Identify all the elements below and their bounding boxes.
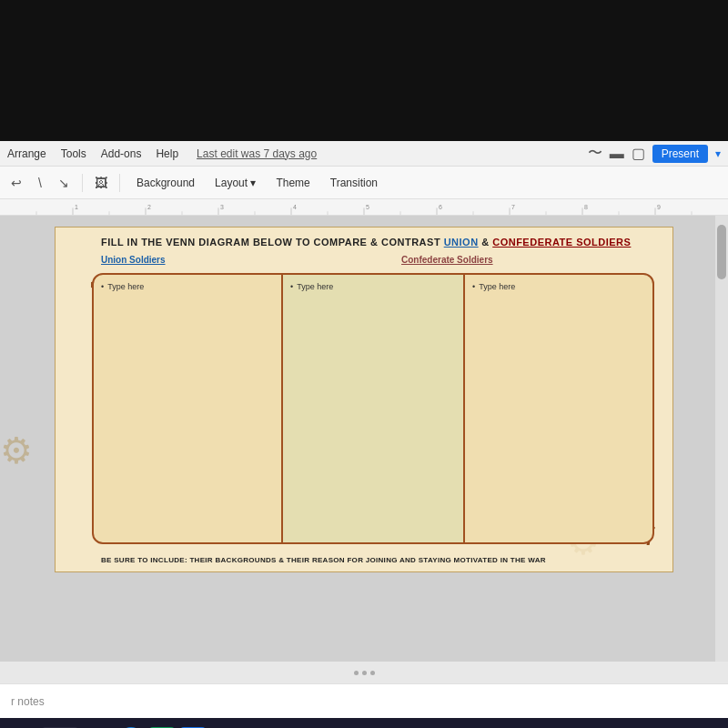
union-soldiers-label: Union Soldiers [101, 255, 166, 265]
confederate-highlight: CONFEDERATE SOLDIERS [492, 237, 631, 248]
undo-icon[interactable]: ↩ [7, 174, 25, 192]
menu-right-icons: 〜 ▬ ▢ Present ▾ [588, 144, 721, 163]
top-black-area [0, 0, 728, 141]
dot-3 [370, 671, 375, 675]
svg-text:9: 9 [657, 205, 661, 211]
svg-text:3: 3 [220, 205, 224, 211]
menu-tools[interactable]: Tools [61, 147, 86, 160]
dot-2 [362, 671, 367, 675]
speaker-notes-area: r notes [0, 683, 728, 718]
present-button[interactable]: Present [652, 145, 708, 163]
slide-container: ⚙ ⚙ ⌐ ƒ FILL IN THE VENN DIAGRAM BELOW T… [55, 227, 673, 572]
menu-bar: Arrange Tools Add-ons Help Last edit was… [0, 141, 728, 167]
separator-2 [119, 174, 120, 192]
svg-text:8: 8 [584, 205, 588, 211]
left-bullet-1[interactable]: Type here [101, 282, 274, 291]
svg-text:1: 1 [75, 205, 78, 211]
background-button[interactable]: Background [129, 174, 202, 192]
menu-arrange[interactable]: Arrange [7, 147, 46, 160]
svg-text:7: 7 [511, 205, 515, 211]
svg-text:6: 6 [439, 205, 442, 211]
last-edit-label: Last edit was 7 days ago [197, 147, 317, 160]
svg-text:5: 5 [366, 205, 369, 211]
scrollbar[interactable] [715, 216, 728, 662]
venn-diagram: Type here Type here Type here [92, 273, 654, 544]
screen-icon[interactable]: ▢ [632, 145, 645, 162]
venn-middle-section: Type here [283, 275, 465, 542]
svg-text:4: 4 [293, 205, 297, 211]
image-icon[interactable]: 🖼 [92, 174, 110, 192]
confederate-soldiers-label: Confederate Soldiers [401, 255, 493, 265]
ruler: 1 2 3 4 5 6 7 8 9 [0, 199, 728, 216]
transition-button[interactable]: Transition [323, 174, 385, 192]
dot-1 [354, 671, 359, 675]
chat-icon[interactable]: ▬ [610, 146, 624, 162]
theme-button[interactable]: Theme [268, 174, 317, 192]
gear-decoration: ⚙ [0, 430, 41, 471]
bottom-instruction-text: BE SURE TO INCLUDE: THEIR BACKGROUNDS & … [101, 556, 645, 564]
notes-label: r notes [11, 695, 45, 708]
taskbar: ⊞ ◫ 🌐 📹 📄 ∧ 🎤 ⊡ □ ▭ 11:45 AM [0, 718, 728, 728]
layout-button[interactable]: Layout ▾ [207, 174, 263, 192]
svg-text:2: 2 [147, 205, 151, 211]
right-bullet-1[interactable]: Type here [472, 282, 645, 291]
dropdown-icon[interactable]: ▾ [715, 147, 721, 160]
bottom-dots-area [0, 662, 728, 683]
venn-left-section: Type here [94, 275, 283, 542]
union-highlight: UNION [444, 237, 479, 248]
separator-1 [82, 174, 83, 192]
toolbar: ↩ \ ↘ 🖼 Background Layout ▾ Theme Transi… [0, 167, 728, 199]
notification-icon[interactable]: 〜 [588, 144, 602, 163]
scroll-thumb[interactable] [717, 225, 726, 279]
menu-addons[interactable]: Add-ons [101, 147, 142, 160]
menu-help[interactable]: Help [156, 147, 178, 160]
layout-dropdown-icon: ▾ [250, 177, 256, 189]
cursor-icon[interactable]: \ [31, 174, 49, 192]
main-area: ⚙ ⚙ ⚙ ⌐ ƒ FILL IN THE VENN DIAGRAM BELOW… [0, 216, 728, 662]
arrow-icon[interactable]: ↘ [55, 174, 73, 192]
slide-title: FILL IN THE VENN DIAGRAM BELOW TO COMPAR… [101, 237, 663, 248]
venn-right-section: Type here [465, 275, 652, 542]
middle-bullet-1[interactable]: Type here [290, 282, 456, 291]
